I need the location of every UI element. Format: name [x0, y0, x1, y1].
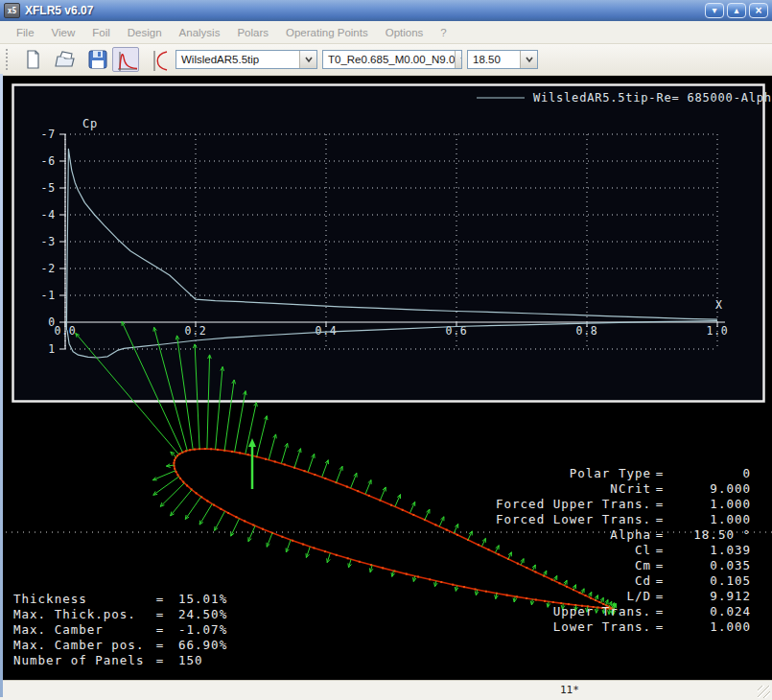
stat-row: NCrit=9.000 — [445, 481, 751, 497]
alpha-select-value: 18.50 — [473, 54, 501, 65]
stat-row: Thickness=15.01% — [13, 592, 227, 607]
alpha-select[interactable]: 18.50 — [467, 50, 538, 69]
stat-row: Max. Thick.pos.=24.50% — [13, 607, 227, 622]
status-text: 11* — [560, 684, 579, 696]
svg-text:-4: -4 — [41, 208, 56, 222]
stat-row: Cm=0.035 — [445, 558, 751, 573]
svg-text:-3: -3 — [41, 235, 56, 248]
stat-row: Forced Lower Trans.=1.000 — [445, 512, 751, 527]
menu-item-polars[interactable]: Polars — [228, 24, 277, 41]
stat-row: Alpha=18.50 ° — [445, 527, 751, 543]
svg-text:1: 1 — [48, 342, 56, 356]
svg-text:0.2: 0.2 — [184, 324, 206, 338]
menu-item-operating-points[interactable]: Operating Points — [277, 24, 377, 41]
stat-row: Lower Trans.=1.000 — [445, 619, 751, 635]
client-area: -7-6-5-4-3-2-1010.00.20.40.60.81.0CpXWil… — [0, 76, 772, 680]
polar-view-button[interactable] — [143, 47, 170, 72]
chevron-down-icon[interactable] — [520, 51, 537, 68]
save-button[interactable] — [84, 47, 111, 72]
status-bar: 11* — [0, 680, 772, 700]
toolbar: WilsledAR5.5tip T0_Re0.685_M0.00_N9.0 18… — [0, 44, 772, 76]
menu-item-help[interactable]: ? — [432, 24, 455, 41]
svg-text:-6: -6 — [41, 154, 56, 168]
operating-point-stats: Polar Type=0NCrit=9.000Forced Upper Tran… — [445, 466, 751, 635]
chevron-down-icon[interactable] — [455, 51, 462, 68]
polar-select[interactable]: T0_Re0.685_M0.00_N9.0 — [322, 50, 462, 69]
stat-row: Max. Camber=-1.07% — [13, 622, 227, 638]
menu-item-options[interactable]: Options — [377, 24, 433, 41]
stat-row: Number of Panels=150 — [13, 653, 227, 668]
menu-bar: FileViewFoilDesignAnalysisPolarsOperatin… — [0, 21, 772, 44]
cp-curve-view-button[interactable] — [112, 47, 139, 72]
minimize-button[interactable]: ▾ — [705, 3, 724, 18]
stat-row: Cl=1.039 — [445, 543, 751, 558]
window-left-border — [0, 74, 3, 697]
stat-row: Max. Camber pos.=66.90% — [13, 638, 227, 653]
svg-text:X: X — [715, 298, 723, 312]
maximize-button[interactable]: ▴ — [727, 3, 746, 18]
title-bar[interactable]: x5 XFLR5 v6.07 ▾ ▴ × — [0, 0, 772, 21]
svg-text:0.8: 0.8 — [575, 324, 597, 338]
foil-geometry-stats: Thickness=15.01%Max. Thick.pos.=24.50%Ma… — [13, 592, 227, 668]
svg-text:-1: -1 — [41, 289, 56, 302]
foil-select[interactable]: WilsledAR5.5tip — [175, 50, 317, 69]
svg-text:-5: -5 — [41, 181, 56, 195]
new-document-icon — [21, 49, 44, 70]
cp-curve-icon — [114, 49, 137, 72]
svg-text:Cp: Cp — [82, 117, 98, 130]
toolbar-grip[interactable] — [6, 49, 8, 70]
stat-row: L/D=9.912 — [445, 589, 751, 604]
svg-text:0.4: 0.4 — [315, 324, 337, 338]
resize-grip[interactable] — [758, 686, 770, 698]
menu-item-analysis[interactable]: Analysis — [171, 24, 229, 41]
svg-text:0.0: 0.0 — [54, 324, 76, 338]
menu-item-design[interactable]: Design — [119, 24, 171, 41]
window-title: XFLR5 v6.07 — [25, 4, 93, 17]
floppy-disk-icon — [86, 49, 109, 70]
stat-row: Polar Type=0 — [445, 466, 751, 481]
svg-text:-2: -2 — [41, 262, 56, 275]
legend-text: WilsledAR5.5tip-Re= 685000-Alpha=18 — [533, 91, 772, 105]
open-foil-button[interactable] — [51, 47, 78, 72]
lift-force-vector — [248, 438, 256, 489]
stat-row: Cd=0.105 — [445, 573, 751, 589]
new-document-button[interactable] — [19, 47, 46, 72]
menu-item-view[interactable]: View — [43, 24, 84, 41]
chevron-down-icon[interactable] — [299, 51, 316, 68]
cp-plot-frame — [13, 85, 764, 402]
window: x5 XFLR5 v6.07 ▾ ▴ × FileViewFoilDesignA… — [0, 0, 772, 700]
menu-item-file[interactable]: File — [8, 24, 43, 41]
foil-select-value: WilsledAR5.5tip — [181, 54, 259, 65]
svg-text:1.0: 1.0 — [706, 324, 728, 338]
window-buttons: ▾ ▴ × — [705, 3, 768, 18]
stat-row: Upper Trans.=0.024 — [445, 604, 751, 619]
svg-text:-7: -7 — [41, 128, 56, 141]
polar-select-value: T0_Re0.685_M0.00_N9.0 — [328, 54, 455, 65]
menu-item-foil[interactable]: Foil — [83, 24, 119, 41]
stat-row: Forced Upper Trans.=1.000 — [445, 497, 751, 512]
polar-curve-icon — [145, 49, 168, 72]
open-folder-icon — [53, 49, 76, 70]
app-icon: x5 — [4, 3, 20, 18]
close-button[interactable]: × — [749, 3, 768, 18]
